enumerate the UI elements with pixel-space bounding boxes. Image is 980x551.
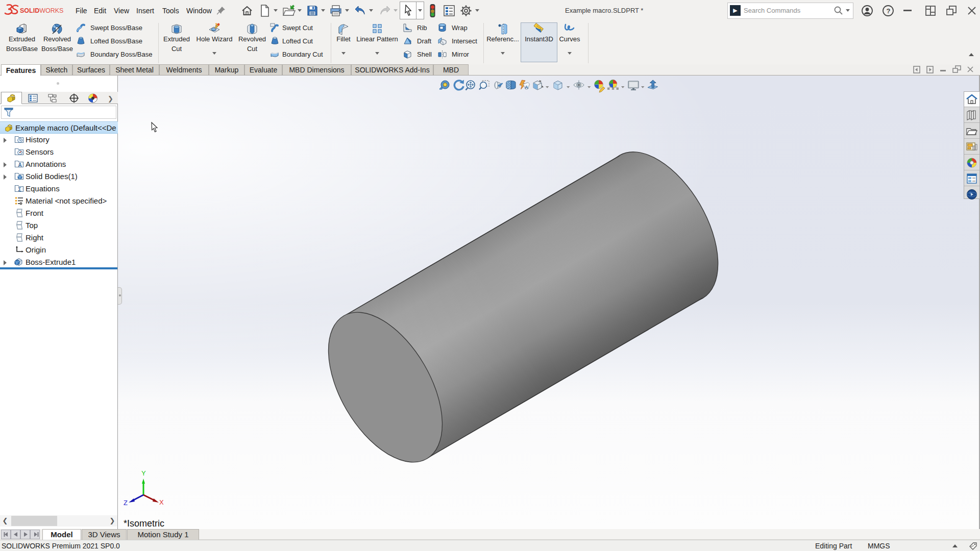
svg-text:Z: Z [124,499,128,507]
svg-text:Σ: Σ [18,186,21,192]
svg-text:*Isometric: *Isometric [124,518,164,529]
svg-text:A: A [525,84,528,90]
svg-text:Y: Y [141,469,146,477]
svg-text:?: ? [887,7,891,15]
svg-text:X: X [159,498,164,506]
svg-text:A: A [18,162,22,168]
svg-text:SOLIDWORKS: SOLIDWORKS [20,7,63,14]
